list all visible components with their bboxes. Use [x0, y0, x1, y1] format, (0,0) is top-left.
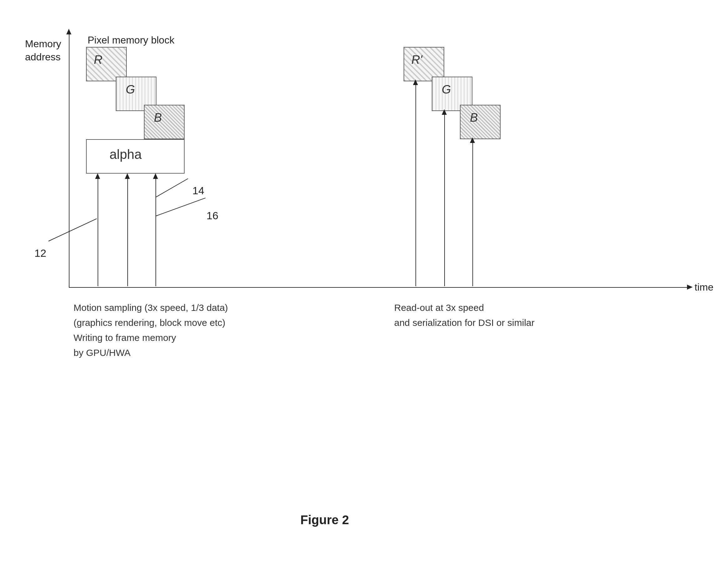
label-14: 14: [192, 185, 204, 197]
block-g-left-label: G: [126, 83, 135, 96]
x-axis-arrow: [687, 285, 693, 290]
bottom-text-right: Read-out at 3x speed and serialization f…: [394, 300, 535, 330]
y-axis-label: Memory address: [25, 38, 61, 63]
block-b-right: [460, 105, 500, 139]
arrow-v3: [156, 175, 156, 286]
arrow-rv1: [415, 81, 416, 286]
arrow-rv3: [472, 139, 473, 286]
y-axis-arrow: [66, 29, 71, 35]
block-alpha-left-label: alpha: [109, 147, 142, 162]
arrow-v2-head: [125, 173, 130, 179]
block-r-right: [404, 47, 444, 81]
arrow-rv2: [444, 111, 445, 286]
arrow-v1: [98, 175, 98, 286]
arrow-rv1-head: [413, 80, 418, 85]
arrow-rv2-head: [442, 109, 447, 115]
arrow-v3-head: [153, 173, 158, 179]
arrow-v2: [127, 175, 128, 286]
block-g-right-label: G: [442, 83, 451, 96]
arrow-v1-head: [95, 173, 100, 179]
diagram-container: Memory address time Pixel memory block R…: [19, 19, 699, 566]
y-axis: [69, 31, 69, 288]
pixel-memory-block-label: Pixel memory block: [88, 35, 174, 46]
figure-label: Figure 2: [300, 513, 349, 527]
diag-line-12: [48, 218, 97, 241]
block-r-left-label: R: [94, 53, 102, 67]
x-axis-label: time: [695, 281, 713, 293]
block-r-left: [86, 47, 127, 81]
block-r-right-label: R': [411, 53, 422, 67]
bottom-text-left: Motion sampling (3x speed, 1/3 data) (gr…: [74, 300, 228, 360]
diag-line-14: [156, 178, 188, 198]
x-axis: [69, 287, 688, 288]
label-12: 12: [35, 247, 46, 259]
label-16: 16: [206, 210, 218, 222]
block-b-right-label: B: [470, 111, 478, 125]
diag-line-16: [156, 198, 206, 216]
block-b-left-label: B: [154, 111, 162, 125]
arrow-rv3-head: [470, 137, 475, 143]
block-b-left: [144, 105, 185, 139]
